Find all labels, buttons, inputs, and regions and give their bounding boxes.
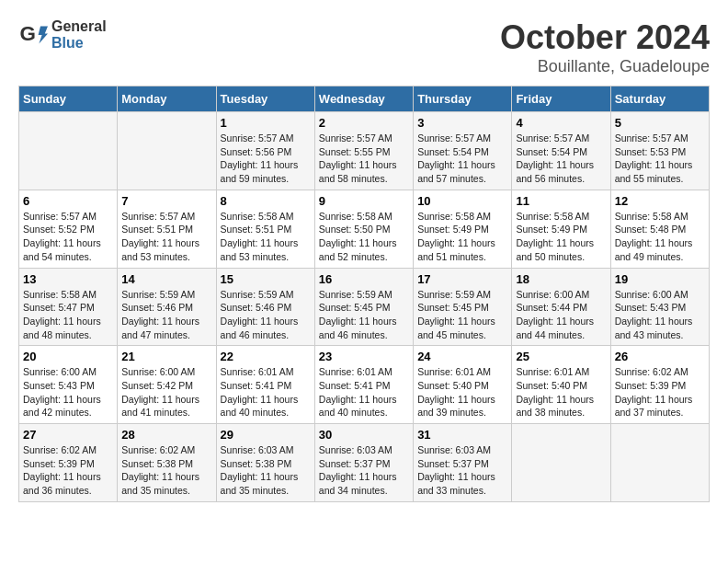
daylight-text: Daylight: 11 hours xyxy=(615,236,705,250)
day-number: 22 xyxy=(221,350,311,363)
header-saturday: Saturday xyxy=(610,86,709,112)
day-info: Sunrise: 5:59 AMSunset: 5:45 PMDaylight:… xyxy=(417,288,507,342)
sunset-text: Sunset: 5:48 PM xyxy=(615,223,705,236)
daylight-text-cont: and 43 minutes. xyxy=(615,328,705,342)
daylight-text-cont: and 45 minutes. xyxy=(417,328,507,342)
daylight-text-cont: and 35 minutes. xyxy=(221,484,311,498)
sunrise-text: Sunrise: 5:58 AM xyxy=(417,210,507,224)
header-monday: Monday xyxy=(118,86,216,112)
daylight-text: Daylight: 11 hours xyxy=(417,315,507,328)
day-info: Sunrise: 5:58 AMSunset: 5:51 PMDaylight:… xyxy=(221,210,311,264)
sunrise-text: Sunrise: 6:00 AM xyxy=(121,365,211,379)
daylight-text: Daylight: 11 hours xyxy=(319,315,409,328)
day-number: 23 xyxy=(319,350,409,363)
day-info: Sunrise: 6:02 AMSunset: 5:39 PMDaylight:… xyxy=(615,365,705,419)
day-info: Sunrise: 5:58 AMSunset: 5:47 PMDaylight:… xyxy=(23,288,113,342)
daylight-text-cont: and 55 minutes. xyxy=(615,172,705,186)
daylight-text: Daylight: 11 hours xyxy=(319,393,409,407)
sunrise-text: Sunrise: 6:02 AM xyxy=(615,365,705,379)
sunrise-text: Sunrise: 5:59 AM xyxy=(417,288,507,302)
calendar-cell: 14Sunrise: 5:59 AMSunset: 5:46 PMDayligh… xyxy=(118,268,216,346)
daylight-text-cont: and 35 minutes. xyxy=(121,484,211,498)
day-number: 20 xyxy=(23,350,113,363)
calendar-cell: 22Sunrise: 6:01 AMSunset: 5:41 PMDayligh… xyxy=(216,346,314,424)
sunset-text: Sunset: 5:56 PM xyxy=(221,145,311,159)
day-info: Sunrise: 6:00 AMSunset: 5:43 PMDaylight:… xyxy=(23,365,113,419)
sunset-text: Sunset: 5:46 PM xyxy=(221,301,311,315)
daylight-text: Daylight: 11 hours xyxy=(319,470,409,484)
daylight-text: Daylight: 11 hours xyxy=(615,315,705,328)
day-info: Sunrise: 5:57 AMSunset: 5:53 PMDaylight:… xyxy=(615,132,705,186)
header-wednesday: Wednesday xyxy=(314,86,413,112)
calendar-cell: 19Sunrise: 6:00 AMSunset: 5:43 PMDayligh… xyxy=(610,268,709,346)
daylight-text-cont: and 59 minutes. xyxy=(221,172,311,186)
sunset-text: Sunset: 5:46 PM xyxy=(121,301,211,315)
sunset-text: Sunset: 5:43 PM xyxy=(615,301,705,315)
day-info: Sunrise: 5:57 AMSunset: 5:56 PMDaylight:… xyxy=(221,132,311,186)
day-info: Sunrise: 6:01 AMSunset: 5:41 PMDaylight:… xyxy=(221,365,311,419)
day-info: Sunrise: 6:00 AMSunset: 5:44 PMDaylight:… xyxy=(516,288,606,342)
daylight-text: Daylight: 11 hours xyxy=(615,158,705,172)
daylight-text: Daylight: 11 hours xyxy=(417,470,507,484)
calendar-cell: 5Sunrise: 5:57 AMSunset: 5:53 PMDaylight… xyxy=(610,112,709,190)
day-number: 12 xyxy=(615,194,705,208)
daylight-text-cont: and 49 minutes. xyxy=(615,250,705,264)
day-number: 5 xyxy=(615,116,705,130)
daylight-text-cont: and 46 minutes. xyxy=(221,328,311,342)
day-info: Sunrise: 5:57 AMSunset: 5:55 PMDaylight:… xyxy=(319,132,409,186)
day-info: Sunrise: 6:03 AMSunset: 5:38 PMDaylight:… xyxy=(221,443,311,498)
daylight-text-cont: and 56 minutes. xyxy=(516,172,606,186)
calendar-cell: 2Sunrise: 5:57 AMSunset: 5:55 PMDaylight… xyxy=(314,112,413,190)
day-number: 21 xyxy=(121,350,211,363)
sunset-text: Sunset: 5:53 PM xyxy=(615,145,705,159)
sunrise-text: Sunrise: 5:59 AM xyxy=(121,288,211,302)
day-info: Sunrise: 6:03 AMSunset: 5:37 PMDaylight:… xyxy=(417,443,507,498)
calendar-cell: 26Sunrise: 6:02 AMSunset: 5:39 PMDayligh… xyxy=(610,346,709,424)
sunset-text: Sunset: 5:47 PM xyxy=(23,301,113,315)
daylight-text: Daylight: 11 hours xyxy=(615,393,705,407)
sunset-text: Sunset: 5:52 PM xyxy=(23,223,113,236)
day-number: 3 xyxy=(417,116,507,130)
day-number: 9 xyxy=(319,194,409,208)
sunset-text: Sunset: 5:40 PM xyxy=(516,379,606,393)
calendar-cell: 25Sunrise: 6:01 AMSunset: 5:40 PMDayligh… xyxy=(512,346,610,424)
daylight-text: Daylight: 11 hours xyxy=(221,393,311,407)
logo-icon: G xyxy=(18,20,48,50)
daylight-text-cont: and 36 minutes. xyxy=(23,484,113,498)
calendar-cell: 4Sunrise: 5:57 AMSunset: 5:54 PMDaylight… xyxy=(512,112,610,190)
calendar-cell: 15Sunrise: 5:59 AMSunset: 5:46 PMDayligh… xyxy=(216,268,314,346)
calendar-cell: 29Sunrise: 6:03 AMSunset: 5:38 PMDayligh… xyxy=(216,424,314,502)
sunrise-text: Sunrise: 5:57 AM xyxy=(615,132,705,145)
daylight-text: Daylight: 11 hours xyxy=(319,236,409,250)
day-info: Sunrise: 5:58 AMSunset: 5:49 PMDaylight:… xyxy=(417,210,507,264)
day-info: Sunrise: 6:00 AMSunset: 5:43 PMDaylight:… xyxy=(615,288,705,342)
sunset-text: Sunset: 5:43 PM xyxy=(23,379,113,393)
daylight-text: Daylight: 11 hours xyxy=(121,470,211,484)
sunrise-text: Sunrise: 5:57 AM xyxy=(319,132,409,145)
daylight-text: Daylight: 11 hours xyxy=(516,158,606,172)
calendar-cell: 30Sunrise: 6:03 AMSunset: 5:37 PMDayligh… xyxy=(314,424,413,502)
logo-text-blue: Blue xyxy=(51,35,107,52)
day-info: Sunrise: 6:01 AMSunset: 5:40 PMDaylight:… xyxy=(516,365,606,419)
day-number: 24 xyxy=(417,350,507,363)
daylight-text-cont: and 52 minutes. xyxy=(319,250,409,264)
calendar-table: SundayMondayTuesdayWednesdayThursdayFrid… xyxy=(18,86,710,502)
day-number: 29 xyxy=(221,428,311,442)
daylight-text-cont: and 57 minutes. xyxy=(417,172,507,186)
calendar-cell: 1Sunrise: 5:57 AMSunset: 5:56 PMDaylight… xyxy=(216,112,314,190)
calendar-cell: 6Sunrise: 5:57 AMSunset: 5:52 PMDaylight… xyxy=(19,190,118,268)
daylight-text-cont: and 37 minutes. xyxy=(615,406,705,419)
daylight-text: Daylight: 11 hours xyxy=(121,236,211,250)
calendar-cell: 3Sunrise: 5:57 AMSunset: 5:54 PMDaylight… xyxy=(414,112,512,190)
day-info: Sunrise: 5:57 AMSunset: 5:51 PMDaylight:… xyxy=(121,210,211,264)
day-number: 31 xyxy=(417,428,507,442)
day-number: 4 xyxy=(516,116,606,130)
sunrise-text: Sunrise: 5:58 AM xyxy=(23,288,113,302)
sunset-text: Sunset: 5:39 PM xyxy=(615,379,705,393)
day-info: Sunrise: 6:03 AMSunset: 5:37 PMDaylight:… xyxy=(319,443,409,498)
day-number: 18 xyxy=(516,272,606,286)
sunrise-text: Sunrise: 5:57 AM xyxy=(23,210,113,224)
day-number: 16 xyxy=(319,272,409,286)
day-number: 19 xyxy=(615,272,705,286)
week-row-4: 20Sunrise: 6:00 AMSunset: 5:43 PMDayligh… xyxy=(19,346,710,424)
